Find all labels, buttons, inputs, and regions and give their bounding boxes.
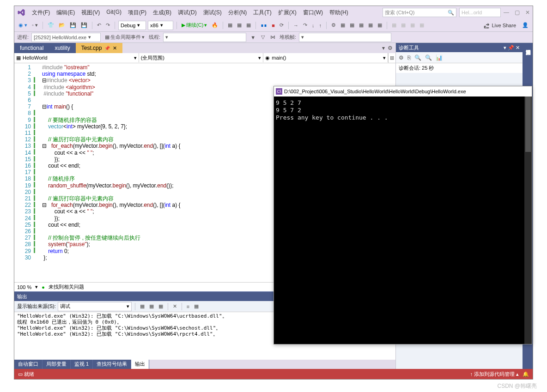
nav-scope1[interactable]: ▦ HelloWorld▾ bbox=[14, 53, 139, 62]
save-all-icon[interactable]: 💾 bbox=[79, 21, 89, 29]
config-combo[interactable]: Debug▾ bbox=[118, 21, 146, 30]
clear-icon[interactable]: ✕ bbox=[171, 302, 178, 310]
diag-session: 诊断会话: 25 秒 bbox=[396, 63, 523, 73]
bell-icon[interactable]: 🔔 bbox=[523, 371, 529, 377]
restart-icon[interactable]: ⟳ bbox=[278, 21, 285, 29]
menu-item[interactable]: 工具(T) bbox=[250, 7, 274, 18]
menu-item[interactable]: 生成(B) bbox=[150, 7, 174, 18]
close-icon[interactable]: ✕ bbox=[525, 9, 530, 16]
vs-logo-icon bbox=[17, 8, 25, 17]
tb-icon[interactable]: ▦ bbox=[358, 21, 365, 29]
window-controls: — ▢ ✕ bbox=[504, 9, 530, 16]
tb-icon[interactable]: ▦ bbox=[367, 21, 374, 29]
search-icon: 🔍 bbox=[448, 10, 454, 16]
console-icon: C\ bbox=[276, 88, 282, 95]
save-icon[interactable]: 💾 bbox=[68, 21, 78, 29]
thread-label: 线程: bbox=[149, 34, 160, 41]
editor-tab[interactable]: Test.cpp 📌 ✕ bbox=[76, 43, 123, 53]
nav-split-icon[interactable]: ⊞ bbox=[388, 53, 395, 63]
nav-scope3[interactable]: ◉ main()▾ bbox=[263, 53, 388, 62]
account-icon[interactable]: 👤 bbox=[521, 21, 530, 29]
tb-icon[interactable]: ⋈ bbox=[269, 33, 277, 41]
console-scrollbar[interactable] bbox=[524, 96, 532, 344]
tb-icon[interactable]: ▦ bbox=[236, 21, 243, 29]
menu-item[interactable]: 分析(N) bbox=[225, 7, 250, 18]
stackframe-label: 堆栈帧: bbox=[280, 34, 296, 41]
menu-item[interactable]: 窗口(W) bbox=[300, 7, 326, 18]
step-over-icon[interactable]: ↷ bbox=[302, 21, 309, 29]
menu-item[interactable]: Git(G) bbox=[103, 7, 124, 18]
nav-fwd-icon[interactable]: ◦ ▾ bbox=[30, 21, 39, 29]
open-file-icon[interactable]: 📂 bbox=[57, 21, 67, 29]
diag-icon[interactable]: ⚙ bbox=[399, 54, 404, 61]
tb-icon[interactable]: ⚙ bbox=[330, 21, 337, 29]
pause-icon[interactable]: ∎∎ bbox=[259, 21, 268, 29]
redo-icon[interactable]: ↷ bbox=[104, 21, 111, 29]
undo-icon[interactable]: ↶ bbox=[96, 21, 103, 29]
menu-item[interactable]: 调试(D) bbox=[175, 7, 200, 18]
solution-name: Hel...orld bbox=[459, 8, 501, 17]
tb-icon[interactable]: ▦ bbox=[400, 21, 407, 29]
menu-item[interactable]: 测试(S) bbox=[201, 7, 225, 18]
tab-settings-icon[interactable]: ⚙ bbox=[388, 45, 393, 51]
tb-icon[interactable]: ▦ bbox=[148, 302, 155, 310]
bottom-tab[interactable]: 自动窗口 bbox=[14, 360, 43, 369]
hot-reload-icon[interactable]: 🔥 bbox=[210, 21, 219, 29]
tb-icon[interactable]: ▦ bbox=[226, 21, 234, 29]
output-source-label: 显示输出来源(S): bbox=[17, 303, 56, 310]
tb-icon[interactable]: ▦ bbox=[376, 21, 383, 29]
continue-button[interactable]: ▶ 继续(C) ▾ bbox=[180, 21, 208, 30]
tab-dropdown-icon[interactable]: ▾ bbox=[382, 45, 385, 51]
stackframe-combo[interactable]: ▾ bbox=[299, 33, 391, 42]
step-out-icon[interactable]: ↑ bbox=[317, 22, 323, 29]
status-ready: 就绪 bbox=[24, 371, 34, 378]
editor-tab[interactable]: xutility bbox=[49, 43, 75, 53]
bottom-tab[interactable]: 查找符号结果 bbox=[93, 360, 131, 369]
thread-combo[interactable]: ▾ bbox=[163, 33, 246, 42]
scm-button[interactable]: ↑ 添加到源代码管理 ▴ bbox=[470, 371, 519, 378]
bottom-tab[interactable]: 局部变量 bbox=[43, 360, 71, 369]
output-source-combo[interactable]: 调试▾ bbox=[58, 302, 132, 311]
zoom-in-icon[interactable]: 🔍 bbox=[414, 54, 421, 61]
tb-icon[interactable]: ▦ bbox=[193, 302, 200, 310]
chart-icon[interactable]: 📊 bbox=[436, 54, 443, 61]
process-combo[interactable]: [25292] HelloWorld.exe▾ bbox=[31, 33, 101, 42]
watermark: CSDN @韩曙亮 bbox=[497, 382, 537, 390]
menu-item[interactable]: 编辑(E) bbox=[54, 7, 78, 18]
editor-tab[interactable]: functional bbox=[14, 43, 49, 53]
tb-icon[interactable]: ▽ bbox=[260, 33, 266, 41]
minimize-icon[interactable]: — bbox=[504, 9, 509, 16]
platform-combo[interactable]: x86▾ bbox=[148, 21, 173, 30]
lifecycle-icon[interactable]: ▦ 生命周期事件 ▾ bbox=[103, 33, 146, 42]
tb-icon[interactable]: ▦ bbox=[139, 302, 146, 310]
menu-item[interactable]: 项目(P) bbox=[125, 7, 149, 18]
new-file-icon[interactable]: 👕 bbox=[46, 21, 55, 29]
tb-icon[interactable]: ▦ bbox=[245, 21, 252, 29]
zoom-level[interactable]: 100 % bbox=[17, 284, 31, 290]
tb-icon[interactable]: ▦ bbox=[418, 21, 425, 29]
tb-icon[interactable]: ▦ bbox=[348, 21, 356, 29]
menu-item[interactable]: 帮助(H) bbox=[327, 7, 351, 18]
bottom-tab[interactable]: 输出 bbox=[131, 360, 149, 369]
step-icon[interactable]: → bbox=[292, 22, 300, 29]
tb-icon[interactable]: ▦ bbox=[409, 21, 416, 29]
maximize-icon[interactable]: ▢ bbox=[515, 9, 520, 16]
tb-icon[interactable]: ▼ bbox=[249, 34, 257, 41]
tb-icon[interactable]: ▦ bbox=[390, 21, 398, 29]
menu-item[interactable]: 扩展(X) bbox=[275, 7, 299, 18]
step-into-icon[interactable]: ↓ bbox=[310, 22, 316, 29]
live-share-button[interactable]: Live Share bbox=[483, 22, 516, 29]
nav-back-icon[interactable]: ◉ ▾ bbox=[17, 21, 29, 29]
diag-icon[interactable]: ⎘ bbox=[407, 54, 411, 61]
bottom-tab[interactable]: 监视 1 bbox=[71, 360, 93, 369]
console-titlebar[interactable]: C\ D:\002_Project\006_Visual_Studio\Hell… bbox=[274, 86, 532, 96]
tb-icon[interactable]: ▦ bbox=[339, 21, 346, 29]
menu-item[interactable]: 文件(F) bbox=[29, 7, 53, 18]
stop-icon[interactable]: ■ bbox=[270, 22, 276, 29]
nav-scope2[interactable]: (全局范围)▾ bbox=[139, 53, 264, 62]
menu-item[interactable]: 视图(V) bbox=[79, 7, 103, 18]
tb-icon[interactable]: ▦ bbox=[157, 302, 164, 310]
zoom-out-icon[interactable]: 🔍 bbox=[425, 54, 432, 61]
search-input[interactable]: 搜索 (Ctrl+Q) 🔍 bbox=[383, 8, 456, 17]
wrap-icon[interactable]: ≡ bbox=[185, 303, 191, 310]
